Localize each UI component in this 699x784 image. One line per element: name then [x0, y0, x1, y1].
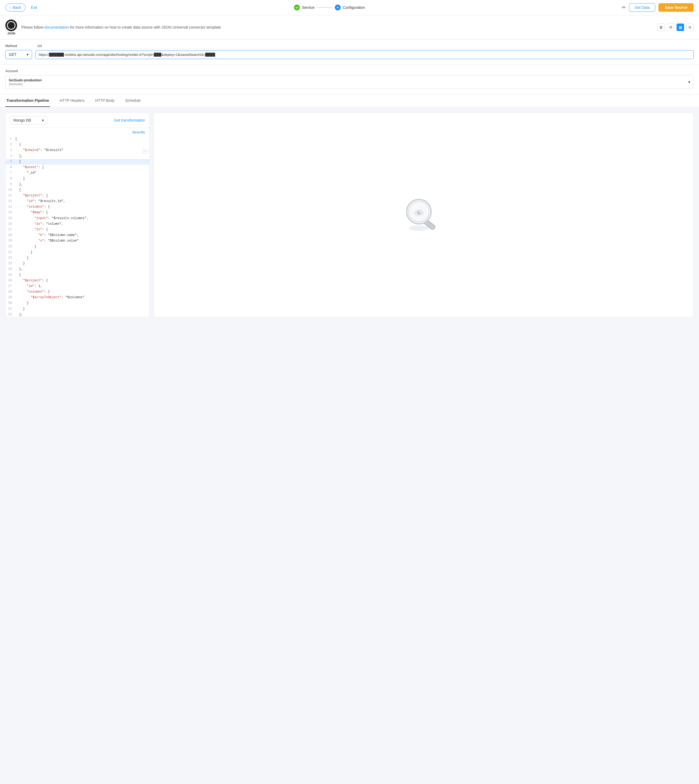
code-line: 8 ] [6, 176, 149, 181]
line-number: 30 [6, 301, 15, 306]
get-data-button[interactable]: Get Data [629, 3, 655, 12]
back-label: Back [13, 5, 21, 10]
method-url-labels: Method Url [5, 44, 694, 48]
code-line: 28 "columns": { [6, 289, 149, 295]
line-number: 25 [6, 272, 15, 277]
code-line: 21 } [6, 249, 149, 255]
line-number: 22 [6, 256, 15, 261]
code-line: 16 "as": "column", [6, 221, 149, 227]
db-label: Mongo DB [13, 118, 31, 122]
line-number: 15 [6, 216, 15, 221]
method-chevron-icon: ▾ [27, 52, 28, 56]
line-number: 8 [6, 176, 15, 181]
account-select[interactable]: NetSuite production (Netsuite) ▾ [5, 75, 694, 89]
code-line: 25 { [6, 272, 149, 278]
code-line: 4 }, [6, 153, 149, 159]
line-number: 11 [6, 193, 15, 198]
view-icon: ▦ [679, 25, 682, 29]
wizard-steps: Service Configuration [294, 5, 365, 10]
tab-http-body[interactable]: HTTP Body [94, 95, 116, 107]
line-content: "id": "$results.id", [15, 199, 149, 204]
back-chevron-icon: ‹ [10, 5, 11, 10]
line-content: } [15, 307, 149, 312]
line-number: 29 [6, 295, 15, 300]
line-content: }, [15, 154, 149, 159]
code-line: 5 { [6, 159, 149, 164]
line-content: } [15, 250, 149, 255]
get-transformation-button[interactable]: Get transformation [114, 118, 145, 122]
exit-button[interactable]: Exit [31, 5, 37, 10]
line-content: "v": "$$column.value" [15, 238, 149, 243]
connector-header: JSON Please follow documentation for mor… [0, 15, 699, 40]
settings-icon-button[interactable]: ⚙ [667, 23, 674, 31]
editor-panel: Mongo DB ▾ Get transformation Beautify −… [5, 113, 149, 317]
db-select[interactable]: Mongo DB ▾ [10, 116, 47, 125]
line-number: 31 [6, 307, 15, 312]
svg-point-8 [409, 226, 429, 231]
editor-header-row: Beautify [6, 128, 149, 135]
delete-icon-button[interactable]: 🗑 [658, 23, 665, 31]
account-chevron-icon: ▾ [688, 80, 690, 84]
code-line: 11 "$project": { [6, 193, 149, 199]
line-number: 18 [6, 233, 15, 238]
code-line: 24 }, [6, 266, 149, 272]
line-content: "$project": { [15, 193, 149, 198]
step-configuration-icon [335, 5, 341, 10]
code-line: 14 "$map": { [6, 210, 149, 215]
code-area[interactable]: − 1[2 {3 "$unwind": "$results"4 },5 {6 "… [6, 135, 149, 317]
code-line: 10 { [6, 187, 149, 193]
magnifier-illustration [403, 196, 445, 234]
line-number: 17 [6, 227, 15, 232]
line-number: 12 [6, 199, 15, 204]
code-line: 15 "input": "$results.columns", [6, 216, 149, 221]
line-content: { [15, 142, 149, 147]
line-number: 19 [6, 238, 15, 243]
header: ‹ Back Exit Service Configuration ✏ Get … [0, 0, 699, 15]
back-button[interactable]: ‹ Back [5, 3, 26, 12]
right-panel [154, 113, 694, 317]
line-content: { [15, 188, 149, 193]
method-url-section: Method Url GET ▾ [0, 40, 699, 65]
line-content: [ [15, 136, 149, 142]
copy-icon-button[interactable]: ⧉ [686, 23, 694, 31]
code-line: 32 }, [6, 312, 149, 317]
line-content: } [15, 261, 149, 266]
url-input[interactable] [35, 50, 694, 59]
line-number: 7 [6, 171, 15, 176]
line-content: { [15, 159, 149, 164]
edit-button[interactable]: ✏ [622, 5, 626, 10]
tab-schedule[interactable]: Schedule [124, 95, 142, 107]
line-number: 16 [6, 221, 15, 227]
url-label: Url [37, 44, 694, 48]
method-select[interactable]: GET ▾ [5, 50, 32, 59]
line-content: "$arrayToObject": "$columns" [15, 295, 149, 300]
code-line: 12 "id": "$results.id", [6, 199, 149, 204]
line-number: 10 [6, 188, 15, 193]
json-logo-inner [7, 21, 15, 30]
save-source-button[interactable]: Save Source [658, 3, 694, 12]
line-content: } [15, 256, 149, 261]
code-line: 27 "id": 1, [6, 284, 149, 289]
step-service: Service [294, 5, 315, 10]
documentation-link[interactable]: documentation [44, 25, 69, 29]
account-name: NetSuite production [9, 78, 41, 82]
editor-toolbar: Mongo DB ▾ Get transformation [6, 113, 149, 128]
tab-transformation[interactable]: Transformation Pipeline [5, 95, 50, 107]
method-label: Method [5, 44, 37, 48]
line-number: 20 [6, 244, 15, 249]
svg-point-7 [419, 211, 421, 213]
beautify-button[interactable]: Beautify [133, 130, 145, 134]
line-content: "$map": { [15, 210, 149, 215]
main-content: Mongo DB ▾ Get transformation Beautify −… [0, 107, 699, 322]
tabs-row: Transformation Pipeline HTTP Headers HTT… [0, 95, 699, 107]
collapse-button[interactable]: − [143, 149, 147, 153]
connector-description: Please follow documentation for more inf… [22, 25, 222, 29]
line-content: "$project": { [15, 278, 149, 283]
line-content: "k": "$$column.name", [15, 233, 149, 238]
line-number: 9 [6, 182, 15, 187]
line-number: 28 [6, 289, 15, 294]
line-number: 3 [6, 148, 15, 153]
view-icon-button[interactable]: ▦ [677, 23, 684, 31]
tab-http-headers[interactable]: HTTP Headers [58, 95, 85, 107]
copy-icon: ⧉ [689, 25, 691, 30]
